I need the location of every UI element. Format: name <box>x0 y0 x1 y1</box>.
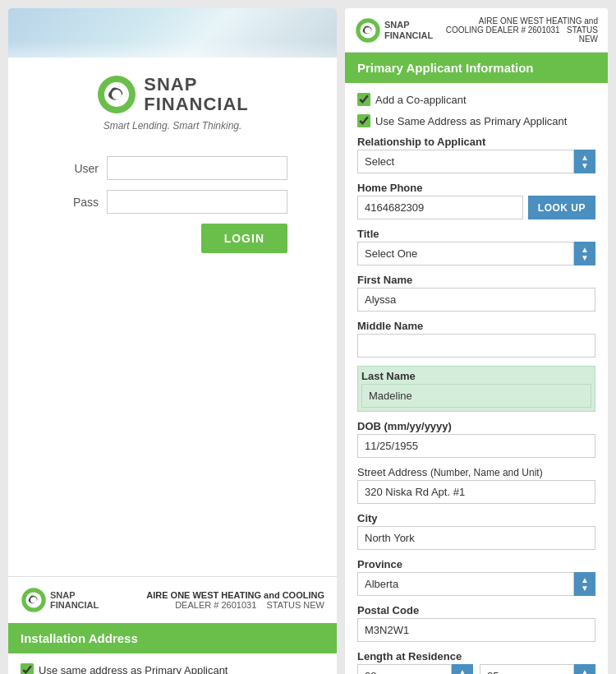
right-province-field: Province Alberta British Columbia Ontari… <box>357 558 595 596</box>
length-months-select[interactable]: 05 <box>480 664 574 674</box>
first-name-field: First Name <box>357 274 595 312</box>
svg-point-2 <box>112 90 122 99</box>
last-name-input[interactable] <box>361 384 591 408</box>
right-street-input[interactable] <box>357 480 595 504</box>
relationship-label: Relationship to Applicant <box>357 136 595 148</box>
dob-input[interactable] <box>357 434 595 458</box>
tagline: Smart Lending. Smart Thinking. <box>103 120 242 132</box>
same-address-right-checkbox[interactable] <box>357 114 370 127</box>
length-years-wrapper: 08 ▲▼ <box>357 664 473 674</box>
snap-text-small-right: SNAP FINANCIAL <box>384 20 433 39</box>
primary-header: Primary Applicant Information <box>345 53 608 83</box>
dob-field: DOB (mm/yy/yyyy) <box>357 420 595 458</box>
add-coapplicant-row[interactable]: Add a Co-applicant <box>357 93 595 106</box>
relationship-field: Relationship to Applicant Select Spouse … <box>357 136 595 173</box>
title-field: Title Select One Mr. Mrs. Ms. ▲▼ <box>357 228 595 265</box>
middle-name-label: Middle Name <box>357 320 595 332</box>
length-label: Length at Residence <box>357 650 595 662</box>
home-phone-field: Home Phone LOOK UP <box>357 182 595 219</box>
login-button[interactable]: LOGIN <box>201 224 287 253</box>
svg-point-8 <box>365 27 371 34</box>
snap-logo-small-icon <box>21 587 47 613</box>
installation-header: Installation Address <box>8 623 337 653</box>
snap-text: SNAP FINANCIAL <box>144 75 249 114</box>
right-city-input[interactable] <box>357 526 595 550</box>
length-field: Length at Residence 08 ▲▼ 05 ▲▼ <box>357 650 595 674</box>
snap-logo-small-right: SNAP FINANCIAL <box>355 17 433 44</box>
middle-name-input[interactable] <box>357 334 595 358</box>
right-province-label: Province <box>357 558 595 570</box>
primary-form: Add a Co-applicant Use Same Address as P… <box>345 83 608 674</box>
right-dealer-header: SNAP FINANCIAL AIRE ONE WEST HEATING and… <box>345 8 608 53</box>
right-postal-input[interactable] <box>357 618 595 642</box>
same-address-row[interactable]: Use same address as Primary Applicant <box>21 663 324 674</box>
banner-image <box>8 8 337 58</box>
add-coapplicant-label: Add a Co-applicant <box>375 94 467 106</box>
snap-logo-right-icon <box>355 17 381 44</box>
logo-area: SNAP FINANCIAL Smart Lending. Smart Thin… <box>8 58 337 140</box>
snap-logo-small: SNAP FINANCIAL <box>21 587 99 613</box>
length-years-select[interactable]: 08 <box>357 664 452 674</box>
snap-text-small: SNAP FINANCIAL <box>50 590 99 610</box>
title-arrow[interactable]: ▲▼ <box>574 242 595 265</box>
length-months-wrapper: 05 ▲▼ <box>480 664 595 674</box>
right-postal-label: Postal Code <box>357 604 595 616</box>
pass-row: Pass <box>57 190 287 214</box>
same-address-right-label: Use Same Address as Primary Applicant <box>375 115 567 127</box>
right-province-select[interactable]: Alberta British Columbia Ontario <box>357 572 574 596</box>
home-phone-input[interactable] <box>357 196 523 219</box>
user-row: User <box>57 156 287 180</box>
svg-point-5 <box>30 597 37 603</box>
same-address-checkbox[interactable] <box>21 663 34 674</box>
login-btn-row: LOGIN <box>57 224 287 253</box>
right-province-wrapper: Alberta British Columbia Ontario ▲▼ <box>357 572 595 596</box>
snap-name-sm: SNAP <box>50 590 99 600</box>
snap-logo-icon <box>96 74 137 115</box>
dob-label: DOB (mm/yy/yyyy) <box>357 420 595 432</box>
last-name-field: Last Name <box>357 366 595 412</box>
user-label: User <box>57 162 99 175</box>
snap-name: SNAP <box>144 75 249 95</box>
first-name-input[interactable] <box>357 288 595 312</box>
length-inputs: 08 ▲▼ 05 ▲▼ <box>357 664 595 674</box>
home-phone-label: Home Phone <box>357 182 595 194</box>
right-street-field: Street Address (Number, Name and Unit) <box>357 466 595 504</box>
title-label: Title <box>357 228 595 240</box>
middle-name-field: Middle Name <box>357 320 595 358</box>
left-dealer-details: DEALER # 2601031 STATUS NEW <box>146 600 324 610</box>
same-address-right-row[interactable]: Use Same Address as Primary Applicant <box>357 114 595 127</box>
right-city-field: City <box>357 512 595 550</box>
title-select-wrapper: Select One Mr. Mrs. Ms. ▲▼ <box>357 242 595 265</box>
left-dealer-info: AIRE ONE WEST HEATING and COOLING DEALER… <box>146 590 324 610</box>
title-select[interactable]: Select One Mr. Mrs. Ms. <box>357 242 574 265</box>
pass-label: Pass <box>57 196 99 209</box>
snap-financial: FINANCIAL <box>144 95 249 114</box>
snap-fin-sm: FINANCIAL <box>50 600 99 610</box>
relationship-arrow[interactable]: ▲▼ <box>574 150 595 173</box>
same-address-label: Use same address as Primary Applicant <box>39 664 228 675</box>
right-street-label: Street Address (Number, Name and Unit) <box>357 466 595 478</box>
relationship-select-wrapper: Select Spouse Partner ▲▼ <box>357 150 595 173</box>
right-province-arrow[interactable]: ▲▼ <box>574 572 595 596</box>
relationship-select[interactable]: Select Spouse Partner <box>357 150 574 173</box>
right-postal-field: Postal Code <box>357 604 595 642</box>
pass-input[interactable] <box>107 190 287 214</box>
left-panel: SNAP FINANCIAL Smart Lending. Smart Thin… <box>8 8 337 674</box>
length-months-arrow[interactable]: ▲▼ <box>574 664 595 674</box>
right-panel: SNAP FINANCIAL AIRE ONE WEST HEATING and… <box>345 8 608 674</box>
last-name-label: Last Name <box>361 370 591 382</box>
left-dealer-header: SNAP FINANCIAL AIRE ONE WEST HEATING and… <box>8 576 337 623</box>
installation-form: Use same address as Primary Applicant Ad… <box>8 653 337 674</box>
length-years-arrow[interactable]: ▲▼ <box>452 664 473 674</box>
right-dealer-info: AIRE ONE WEST HEATING and COOLING DEALER… <box>439 16 598 44</box>
left-dealer-name: AIRE ONE WEST HEATING and COOLING <box>146 590 324 600</box>
right-lookup-button[interactable]: LOOK UP <box>528 196 595 219</box>
user-input[interactable] <box>107 156 287 180</box>
right-city-label: City <box>357 512 595 524</box>
login-form: User Pass LOGIN <box>8 140 337 270</box>
add-coapplicant-checkbox[interactable] <box>357 93 370 106</box>
right-dealer-details: DEALER # 2601031 STATUS NEW <box>486 25 598 44</box>
home-phone-input-row: LOOK UP <box>357 196 595 219</box>
snap-logo: SNAP FINANCIAL <box>96 74 249 115</box>
first-name-label: First Name <box>357 274 595 286</box>
